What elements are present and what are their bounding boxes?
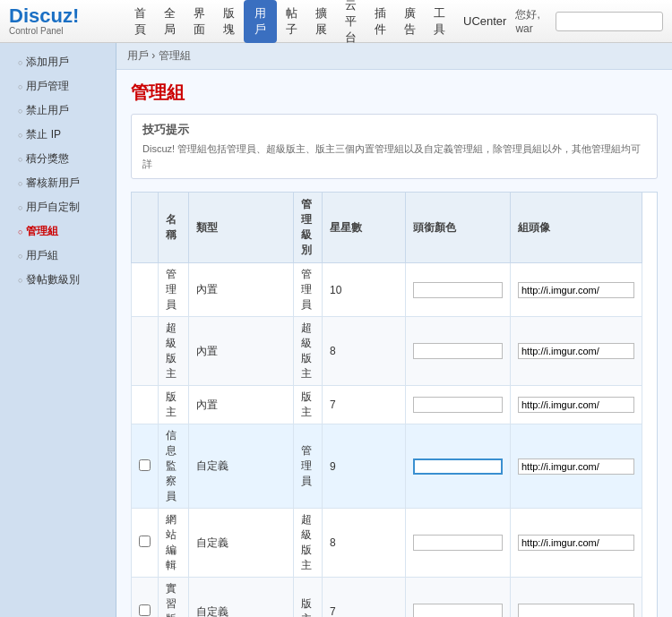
- sidebar-item-用戶組[interactable]: 用戶組: [0, 244, 116, 268]
- nav-item-版塊[interactable]: 版塊: [214, 0, 244, 43]
- breadcrumb: 用戶 › 管理組: [116, 43, 672, 70]
- table-row: 實習版主自定義版主7: [132, 578, 658, 618]
- sidebar-item-積分獎懲[interactable]: 積分獎懲: [0, 147, 116, 171]
- nav-item-插件[interactable]: 插件: [366, 0, 395, 43]
- nav-item-廣告[interactable]: 廣告: [395, 0, 425, 43]
- sidebar-item-管理組[interactable]: 管理組: [0, 219, 116, 244]
- row-color-input-2[interactable]: [413, 397, 503, 413]
- header: Discuz! Control Panel 首頁全局界面版塊用戶帖子擴展云平台插…: [0, 0, 672, 43]
- tips-box: 技巧提示 Discuz! 管理組包括管理員、超級版主、版主三個內置管理組以及自定…: [131, 114, 658, 179]
- sidebar-item-審核新用戶[interactable]: 審核新用戶: [0, 171, 116, 195]
- col-header-管理級別: 管理級別: [293, 193, 322, 263]
- logo-title: Discuz!: [9, 6, 125, 26]
- sidebar-item-添加用戶[interactable]: 添加用戶: [0, 50, 116, 74]
- sidebar-item-禁止用戶[interactable]: 禁止用戶: [0, 99, 116, 123]
- table-row: 管理員內置管理員10: [132, 263, 658, 317]
- row-stars-3: 9: [322, 424, 405, 509]
- sidebar-item-禁止 IP[interactable]: 禁止 IP: [0, 123, 116, 147]
- row-level-2: 版主: [293, 386, 322, 424]
- row-stars-5: 7: [322, 578, 405, 618]
- row-img-input-0[interactable]: [518, 282, 634, 298]
- row-img-input-5[interactable]: [518, 604, 634, 617]
- col-header-組頭像: 組頭像: [510, 193, 642, 263]
- nav-item-用戶[interactable]: 用戶: [244, 0, 277, 43]
- page-title: 管理組: [131, 81, 658, 105]
- row-type-1: 內置: [188, 317, 293, 386]
- sidebar: 添加用戶用戶管理禁止用戶禁止 IP積分獎懲審核新用戶用戶自定制管理組用戶組發帖數…: [0, 43, 116, 617]
- row-name-3: 信息監察員: [159, 424, 189, 509]
- col-header-名稱: 名稱: [159, 193, 189, 263]
- search-input[interactable]: [556, 12, 663, 31]
- row-color-input-1[interactable]: [413, 343, 503, 359]
- row-color-input-5[interactable]: [413, 604, 503, 617]
- row-stars-2: 7: [322, 386, 405, 424]
- tips-title: 技巧提示: [142, 122, 646, 138]
- sidebar-item-用戶自定制[interactable]: 用戶自定制: [0, 195, 116, 219]
- content-area: 管理組 技巧提示 Discuz! 管理組包括管理員、超級版主、版主三個內置管理組…: [116, 70, 672, 617]
- row-name-1: 超級版主: [159, 317, 189, 386]
- row-checkbox-4[interactable]: [139, 536, 151, 547]
- row-type-4: 自定義: [188, 509, 293, 578]
- user-info: 您好, war: [515, 7, 547, 35]
- table-body: 管理員內置管理員10超級版主內置超級版主8版主內置版主7信息監察員自定義管理員9…: [132, 263, 658, 618]
- row-stars-1: 8: [322, 317, 405, 386]
- row-img-input-4[interactable]: [518, 535, 634, 551]
- row-type-0: 內置: [188, 263, 293, 317]
- row-type-3: 自定義: [188, 424, 293, 509]
- row-img-input-1[interactable]: [518, 343, 634, 359]
- row-level-1: 超級版主: [293, 317, 322, 386]
- row-img-input-2[interactable]: [518, 397, 634, 413]
- nav-item-全局[interactable]: 全局: [155, 0, 185, 43]
- layout: 添加用戶用戶管理禁止用戶禁止 IP積分獎懲審核新用戶用戶自定制管理組用戶組發帖數…: [0, 43, 672, 617]
- row-level-4: 超級版主: [293, 509, 322, 578]
- col-header-: [132, 193, 159, 263]
- nav-item-擴展[interactable]: 擴展: [306, 0, 336, 43]
- table-row: 網站編輯自定義超級版主8: [132, 509, 658, 578]
- table-row: 信息監察員自定義管理員9: [132, 424, 658, 509]
- nav-item-界面[interactable]: 界面: [185, 0, 214, 43]
- row-checkbox-3[interactable]: [139, 459, 151, 471]
- col-header-頭銜顏色: 頭銜顏色: [405, 193, 510, 263]
- nav-item-工具[interactable]: 工具: [425, 0, 454, 43]
- nav-item-帖子[interactable]: 帖子: [277, 0, 306, 43]
- nav-item-首頁[interactable]: 首頁: [125, 0, 155, 43]
- row-type-2: 內置: [188, 386, 293, 424]
- row-name-4: 網站編輯: [159, 509, 189, 578]
- row-level-0: 管理員: [293, 263, 322, 317]
- row-img-input-3[interactable]: [518, 458, 634, 475]
- row-name-2: 版主: [159, 386, 189, 424]
- tips-text: Discuz! 管理組包括管理員、超級版主、版主三個內置管理組以及自定義管理組，…: [142, 141, 646, 171]
- row-color-input-0[interactable]: [413, 282, 503, 298]
- table-head: 名稱類型管理級別星星數頭銜顏色組頭像: [132, 193, 658, 263]
- row-type-5: 自定義: [188, 578, 293, 618]
- col-header-類型: 類型: [188, 193, 293, 263]
- row-checkbox-5[interactable]: [139, 604, 151, 616]
- logo-subtitle: Control Panel: [9, 26, 125, 36]
- main-content: 用戶 › 管理組 管理組 技巧提示 Discuz! 管理組包括管理員、超級版主、…: [116, 43, 672, 617]
- col-header-星星數: 星星數: [322, 193, 405, 263]
- row-color-input-4[interactable]: [413, 535, 503, 551]
- sidebar-item-發帖數級別[interactable]: 發帖數級別: [0, 268, 116, 292]
- row-stars-4: 8: [322, 509, 405, 578]
- row-level-3: 管理員: [293, 424, 322, 509]
- row-name-0: 管理員: [159, 263, 189, 317]
- row-color-input-3[interactable]: [413, 458, 503, 475]
- table-row: 超級版主內置超級版主8: [132, 317, 658, 386]
- logo-area: Discuz! Control Panel: [9, 6, 125, 36]
- table-row: 版主內置版主7: [132, 386, 658, 424]
- sidebar-item-用戶管理[interactable]: 用戶管理: [0, 74, 116, 99]
- row-level-5: 版主: [293, 578, 322, 618]
- row-name-5: 實習版主: [159, 578, 189, 618]
- row-stars-0: 10: [322, 263, 405, 317]
- nav-item-UCenter[interactable]: UCenter: [454, 9, 515, 33]
- admin-table: 名稱類型管理級別星星數頭銜顏色組頭像 管理員內置管理員10超級版主內置超級版主8…: [131, 192, 658, 617]
